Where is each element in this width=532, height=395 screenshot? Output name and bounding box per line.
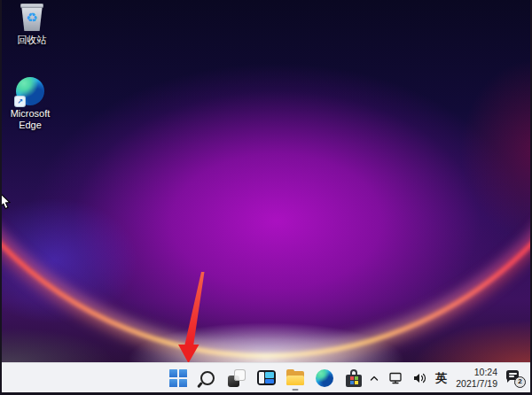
edge-icon: ↗ xyxy=(16,77,44,105)
store-icon xyxy=(345,369,363,387)
notification-button[interactable]: 2 xyxy=(505,363,528,392)
edge-label: Microsoft Edge xyxy=(1,108,59,131)
widgets-button[interactable] xyxy=(254,363,278,392)
system-tray: 英 10:24 2021/7/19 2 xyxy=(366,363,528,392)
taskbar: 英 10:24 2021/7/19 2 xyxy=(0,362,532,392)
desktop-icon-microsoft-edge[interactable]: ↗ Microsoft Edge xyxy=(0,77,62,131)
recycle-bin-label: 回收站 xyxy=(18,35,47,46)
network-button[interactable] xyxy=(387,363,406,392)
widgets-icon xyxy=(257,370,276,385)
desktop-wallpaper xyxy=(0,0,532,395)
task-view-button[interactable] xyxy=(225,363,248,392)
ime-indicator[interactable]: 英 xyxy=(434,363,449,392)
start-button[interactable] xyxy=(167,363,190,392)
taskbar-center-group xyxy=(167,363,365,392)
store-button[interactable] xyxy=(342,363,365,392)
running-indicator xyxy=(293,389,299,391)
recycle-bin-icon: ♻ xyxy=(17,2,47,32)
shortcut-arrow-icon: ↗ xyxy=(15,97,25,106)
windows-logo-icon xyxy=(169,369,187,387)
folder-icon xyxy=(286,371,304,385)
windows-11-desktop: ♻ 回收站 ↗ Microsoft Edge xyxy=(0,0,532,395)
time-text: 10:24 xyxy=(474,367,497,378)
network-icon xyxy=(388,371,404,385)
volume-icon xyxy=(412,371,427,385)
file-explorer-button[interactable] xyxy=(284,363,307,392)
chevron-up-icon xyxy=(368,372,380,384)
tray-overflow-button[interactable] xyxy=(366,363,382,392)
search-icon xyxy=(200,371,215,385)
clock[interactable]: 10:24 2021/7/19 xyxy=(453,367,500,390)
volume-button[interactable] xyxy=(411,363,429,392)
edge-icon xyxy=(316,369,333,387)
search-button[interactable] xyxy=(196,363,219,392)
notification-icon: 2 xyxy=(506,368,526,388)
edge-taskbar-button[interactable] xyxy=(313,363,336,392)
date-text: 2021/7/19 xyxy=(456,378,497,390)
task-view-icon xyxy=(228,369,246,387)
notification-badge: 2 xyxy=(514,376,526,388)
desktop-icon-recycle-bin[interactable]: ♻ 回收站 xyxy=(0,2,64,46)
